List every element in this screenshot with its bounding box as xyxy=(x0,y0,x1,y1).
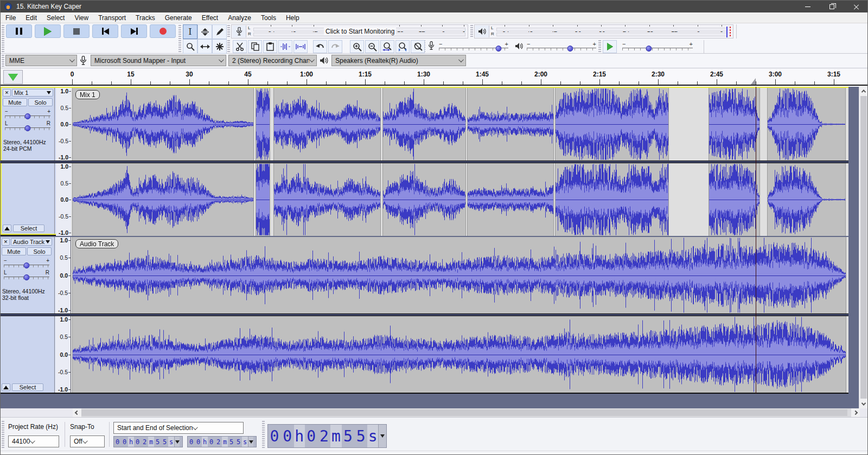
copy-button[interactable] xyxy=(248,40,262,53)
time-digit[interactable]: 0 xyxy=(208,437,215,447)
time-digit[interactable]: 0 xyxy=(305,425,318,447)
menu-transport[interactable]: Transport xyxy=(93,13,131,23)
selection-tool-button[interactable]: I xyxy=(183,24,197,39)
vertical-scale-ruler[interactable]: 1.00.50.0-0.5-1.0 xyxy=(56,163,72,236)
menu-edit[interactable]: Edit xyxy=(21,13,42,23)
time-digit[interactable]: 0 xyxy=(114,437,121,447)
time-format-dropdown[interactable] xyxy=(174,437,180,447)
recording-device-select[interactable]: Microsoft Sound Mapper - Input xyxy=(91,55,226,66)
selection-mode-select[interactable]: Start and End of Selection xyxy=(113,422,244,434)
menu-file[interactable]: File xyxy=(1,13,21,23)
track-collapse-button[interactable] xyxy=(3,225,11,232)
mute-button[interactable]: Mute xyxy=(2,247,26,255)
menu-analyze[interactable]: Analyze xyxy=(223,13,256,23)
vertical-scrollbar[interactable] xyxy=(859,87,867,408)
pan-thumb[interactable] xyxy=(24,274,30,280)
vertical-scale-ruler[interactable]: 1.00.50.0-0.5-1.0 xyxy=(55,237,71,313)
envelope-tool-button[interactable] xyxy=(197,24,212,39)
time-digit[interactable]: 0 xyxy=(134,437,141,447)
playback-volume-thumb[interactable] xyxy=(567,46,573,52)
timeline-ruler[interactable]: 01530451:001:151:301:452:002:152:302:453… xyxy=(1,69,868,86)
play-speed-slider[interactable]: −+ xyxy=(622,41,693,52)
track-close-button[interactable] xyxy=(3,89,11,97)
clip-name-label[interactable]: Audio Track xyxy=(75,239,118,248)
vertical-scroll-thumb[interactable] xyxy=(860,96,867,399)
time-digit[interactable]: 0 xyxy=(195,437,202,447)
gain-thumb[interactable] xyxy=(25,113,31,119)
undo-button[interactable] xyxy=(313,40,327,53)
solo-button[interactable]: Solo xyxy=(27,247,52,255)
waveform-channel-2[interactable] xyxy=(71,163,848,236)
recording-volume-slider[interactable]: −+ xyxy=(439,41,508,52)
time-unit[interactable]: h xyxy=(128,437,134,447)
track-area[interactable]: Mix 1 Mute Solo −+ LR Stereo, 44100Hz 24… xyxy=(1,87,860,408)
cut-button[interactable] xyxy=(233,40,247,53)
time-digit[interactable]: 2 xyxy=(141,437,148,447)
time-digit[interactable]: 5 xyxy=(154,437,161,447)
time-unit[interactable]: m xyxy=(222,437,228,447)
solo-button[interactable]: Solo xyxy=(28,98,53,106)
time-shift-tool-button[interactable] xyxy=(197,39,212,54)
menu-select[interactable]: Select xyxy=(42,13,69,23)
selection-start-field[interactable]: 00h02m55s xyxy=(113,436,183,447)
tools-toolbar-grip[interactable] xyxy=(178,25,181,52)
snap-to-select[interactable]: Off xyxy=(70,435,105,447)
play-meter-speaker-icon[interactable] xyxy=(475,25,489,37)
time-unit[interactable]: m xyxy=(148,437,154,447)
time-digit[interactable]: 0 xyxy=(281,425,294,447)
horizontal-scroll-thumb[interactable] xyxy=(81,409,847,416)
gain-slider[interactable]: −+ xyxy=(3,258,50,270)
playback-device-select[interactable]: Speakers (Realtek(R) Audio) xyxy=(331,55,466,66)
paste-button[interactable] xyxy=(263,40,277,53)
pause-button[interactable] xyxy=(6,24,32,38)
close-button[interactable] xyxy=(844,1,868,12)
minimize-button[interactable] xyxy=(795,1,820,12)
silence-audio-button[interactable] xyxy=(293,40,308,53)
time-unit[interactable]: s xyxy=(168,437,174,447)
menu-generate[interactable]: Generate xyxy=(160,13,197,23)
zoom-tool-button[interactable] xyxy=(183,39,197,54)
time-digit[interactable]: 5 xyxy=(161,437,168,447)
time-digit[interactable]: 0 xyxy=(268,425,281,447)
fit-project-button[interactable] xyxy=(395,40,410,53)
time-digit[interactable]: 5 xyxy=(228,437,235,447)
time-format-dropdown[interactable] xyxy=(248,437,253,447)
playback-meter[interactable]: L R -54-48-42-36-30-24-18-12-60 xyxy=(474,24,733,39)
play-speed-thumb[interactable] xyxy=(646,46,652,52)
track-1[interactable]: Mix 1 Mute Solo −+ LR Stereo, 44100Hz 24… xyxy=(1,87,848,236)
time-digit[interactable]: 5 xyxy=(342,425,355,447)
selection-toolbar-grip[interactable] xyxy=(2,421,4,448)
zoom-toggle-button[interactable] xyxy=(411,40,425,53)
skip-to-start-button[interactable] xyxy=(92,24,118,38)
time-unit[interactable]: h xyxy=(294,425,305,447)
vertical-scale-ruler[interactable]: 1.00.50.0-0.5-1.0 xyxy=(55,316,71,393)
time-unit[interactable]: s xyxy=(242,437,248,447)
playback-volume-slider[interactable]: −+ xyxy=(527,41,596,52)
playback-meter-grip[interactable] xyxy=(470,25,473,38)
record-meter-mic-icon[interactable] xyxy=(232,25,246,37)
track-2[interactable]: Audio Track Mute Solo −+ LR Stereo, 4410… xyxy=(1,237,848,394)
scroll-left-button[interactable] xyxy=(73,408,81,417)
multi-tool-button[interactable] xyxy=(212,39,227,54)
play-button[interactable] xyxy=(35,24,61,38)
gain-thumb[interactable] xyxy=(24,262,30,268)
time-format-dropdown[interactable] xyxy=(378,425,386,447)
gain-slider[interactable]: −+ xyxy=(4,108,52,120)
scroll-down-button[interactable] xyxy=(859,400,868,408)
track-close-button[interactable] xyxy=(2,238,10,246)
pan-slider[interactable]: LR xyxy=(3,270,50,281)
rec-meter-status[interactable]: Click to Start Monitoring xyxy=(324,28,396,35)
device-toolbar-grip[interactable] xyxy=(2,55,4,67)
clip-name-label[interactable]: Mix 1 xyxy=(75,90,100,99)
skip-to-end-button[interactable] xyxy=(121,24,147,38)
pan-slider[interactable]: LR xyxy=(4,120,52,132)
scroll-right-button[interactable] xyxy=(851,408,860,417)
track-name-button[interactable]: Mix 1 xyxy=(12,89,53,97)
project-rate-select[interactable]: 44100 xyxy=(8,435,59,447)
menu-help[interactable]: Help xyxy=(281,13,304,23)
time-unit[interactable]: m xyxy=(330,425,341,447)
zoom-out-button[interactable] xyxy=(365,40,379,53)
restore-button[interactable] xyxy=(820,1,844,12)
recording-volume-thumb[interactable] xyxy=(496,46,502,52)
waveform-channel-1[interactable] xyxy=(71,88,848,161)
